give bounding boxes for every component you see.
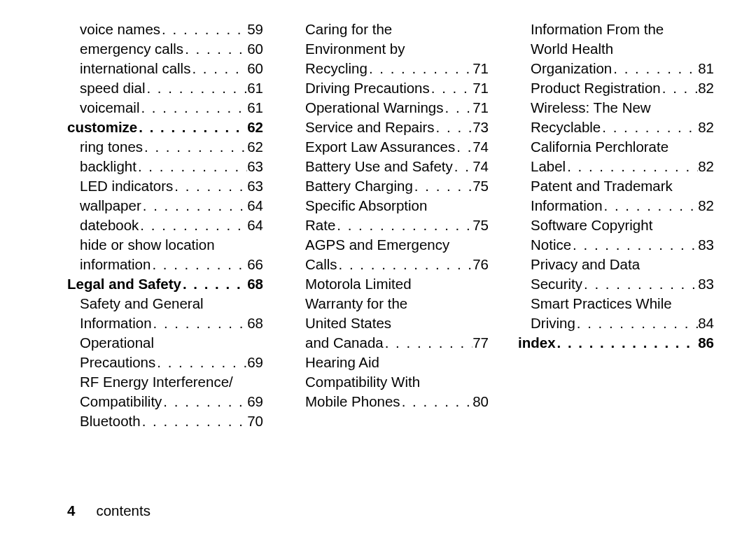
toc-entry-label: Service and Repairs xyxy=(293,118,435,137)
toc-leader-dots: . . . . . . . . . . . . . . . . . . . . … xyxy=(435,118,473,137)
toc-entry-page: 70 xyxy=(247,411,263,431)
toc-chapter[interactable]: index86. . . . . . . . . . . . . . . . .… xyxy=(518,333,714,353)
toc-entry-label: information xyxy=(67,255,150,274)
toc-entry-page: 82 xyxy=(698,196,714,216)
toc-entry[interactable]: Battery Use and Safety74. . . . . . . . … xyxy=(293,157,489,176)
toc-entry-page: 86 xyxy=(698,333,714,353)
toc-entry[interactable]: backlight63. . . . . . . . . . . . . . .… xyxy=(67,157,263,176)
toc-entry[interactable]: Organization81. . . . . . . . . . . . . … xyxy=(518,59,714,78)
toc-entry[interactable]: wallpaper64. . . . . . . . . . . . . . .… xyxy=(67,196,263,216)
toc-entry-page: 61 xyxy=(247,98,263,118)
toc-entry[interactable]: and Canada77. . . . . . . . . . . . . . … xyxy=(293,333,489,353)
toc-entry[interactable]: ring tones62. . . . . . . . . . . . . . … xyxy=(67,137,263,157)
toc-entry-label: Organization xyxy=(518,59,612,78)
toc-entry-page: 59 xyxy=(247,20,263,39)
toc-entry-page: 73 xyxy=(472,118,489,137)
toc-entry[interactable]: Product Registration82. . . . . . . . . … xyxy=(518,78,714,98)
toc-entry[interactable]: LED indicators63. . . . . . . . . . . . … xyxy=(67,176,263,196)
toc-entry-page: 64 xyxy=(247,196,263,216)
toc-entry-page: 64 xyxy=(247,216,263,235)
toc-entry[interactable]: Service and Repairs73. . . . . . . . . .… xyxy=(293,118,489,137)
toc-entry[interactable]: Information68. . . . . . . . . . . . . .… xyxy=(67,313,263,333)
toc-leader-dots: . . . . . . . . . . . . . . . . . . . . … xyxy=(335,216,472,235)
toc-leader-dots: . . . . . . . . . . . . . . . . . . . . … xyxy=(173,176,247,196)
toc-entry-label: Information xyxy=(67,313,152,333)
toc-entry[interactable]: emergency calls60. . . . . . . . . . . .… xyxy=(67,39,263,59)
toc-entry[interactable]: voicemail61. . . . . . . . . . . . . . .… xyxy=(67,98,263,118)
toc-entry-line: Specific Absorption xyxy=(293,196,489,216)
toc-leader-dots: . . . . . . . . . . . . . . . . . . . . … xyxy=(152,313,248,333)
toc-columns: voice names59. . . . . . . . . . . . . .… xyxy=(67,20,714,431)
toc-chapter[interactable]: Legal and Safety68. . . . . . . . . . . … xyxy=(67,274,263,294)
toc-entry-label: international calls xyxy=(67,59,190,78)
toc-entry-page: 61 xyxy=(247,78,263,98)
toc-entry-page: 60 xyxy=(247,39,263,59)
toc-entry[interactable]: speed dial61. . . . . . . . . . . . . . … xyxy=(67,78,263,98)
footer-label: contents xyxy=(96,502,150,519)
toc-entry-line: Compatibility With xyxy=(293,372,489,392)
toc-leader-dots: . . . . . . . . . . . . . . . . . . . . … xyxy=(430,78,472,98)
toc-entry[interactable]: Bluetooth70. . . . . . . . . . . . . . .… xyxy=(67,411,263,431)
toc-entry[interactable]: Operational Warnings71. . . . . . . . . … xyxy=(293,98,489,118)
toc-entry-line: Warranty for the xyxy=(293,294,489,313)
toc-entry-page: 74 xyxy=(472,157,489,176)
toc-entry[interactable]: Rate75. . . . . . . . . . . . . . . . . … xyxy=(293,216,489,235)
toc-entry[interactable]: Driving84. . . . . . . . . . . . . . . .… xyxy=(518,313,714,333)
toc-entry-label: Battery Use and Safety xyxy=(293,157,453,176)
toc-entry[interactable]: international calls60. . . . . . . . . .… xyxy=(67,59,263,78)
toc-column: voice names59. . . . . . . . . . . . . .… xyxy=(67,20,263,431)
toc-entry[interactable]: Notice83. . . . . . . . . . . . . . . . … xyxy=(518,235,714,255)
toc-entry-line: Privacy and Data xyxy=(518,255,714,274)
toc-entry-label: Calls xyxy=(293,255,337,274)
toc-entry[interactable]: information66. . . . . . . . . . . . . .… xyxy=(67,255,263,274)
toc-entry[interactable]: Driving Precautions71. . . . . . . . . .… xyxy=(293,78,489,98)
toc-column: Caring for theEnvironment byRecycling71.… xyxy=(293,20,489,431)
page-footer: 4contents xyxy=(67,502,150,519)
toc-entry[interactable]: Mobile Phones80. . . . . . . . . . . . .… xyxy=(293,392,489,411)
toc-entry[interactable]: Recycling71. . . . . . . . . . . . . . .… xyxy=(293,59,489,78)
toc-entry-page: 80 xyxy=(472,392,489,411)
toc-entry-label: Export Law Assurances xyxy=(293,137,455,157)
toc-leader-dots: . . . . . . . . . . . . . . . . . . . . … xyxy=(582,274,698,294)
toc-entry-label: Bluetooth xyxy=(67,411,141,431)
toc-entry[interactable]: Security83. . . . . . . . . . . . . . . … xyxy=(518,274,714,294)
toc-entry-label: Driving xyxy=(518,313,575,333)
toc-entry-page: 74 xyxy=(472,137,489,157)
toc-entry[interactable]: Battery Charging75. . . . . . . . . . . … xyxy=(293,176,489,196)
toc-entry-line: California Perchlorate xyxy=(518,137,714,157)
toc-entry-label: emergency calls xyxy=(67,39,183,59)
toc-entry[interactable]: voice names59. . . . . . . . . . . . . .… xyxy=(67,20,263,39)
toc-entry[interactable]: Calls76. . . . . . . . . . . . . . . . .… xyxy=(293,255,489,274)
toc-entry-label: Driving Precautions xyxy=(293,78,430,98)
toc-entry-label: voicemail xyxy=(67,98,139,118)
toc-leader-dots: . . . . . . . . . . . . . . . . . . . . … xyxy=(137,118,247,137)
toc-leader-dots: . . . . . . . . . . . . . . . . . . . . … xyxy=(444,98,473,118)
toc-entry-page: 63 xyxy=(247,176,263,196)
toc-entry[interactable]: Recyclable82. . . . . . . . . . . . . . … xyxy=(518,118,714,137)
toc-entry-line: Caring for the xyxy=(293,20,489,39)
toc-entry-page: 84 xyxy=(698,313,714,333)
toc-entry-page: 62 xyxy=(247,118,263,137)
toc-entry[interactable]: Compatibility69. . . . . . . . . . . . .… xyxy=(67,392,263,411)
toc-entry[interactable]: Label82. . . . . . . . . . . . . . . . .… xyxy=(518,157,714,176)
toc-entry[interactable]: datebook64. . . . . . . . . . . . . . . … xyxy=(67,216,263,235)
toc-leader-dots: . . . . . . . . . . . . . . . . . . . . … xyxy=(337,255,473,274)
toc-entry-line: United States xyxy=(293,313,489,333)
toc-entry-page: 68 xyxy=(247,313,263,333)
toc-entry-label: Product Registration xyxy=(518,78,661,98)
toc-entry[interactable]: Precautions69. . . . . . . . . . . . . .… xyxy=(67,353,263,372)
toc-leader-dots: . . . . . . . . . . . . . . . . . . . . … xyxy=(413,176,472,196)
toc-entry[interactable]: Information82. . . . . . . . . . . . . .… xyxy=(518,196,714,216)
toc-entry-page: 63 xyxy=(247,157,263,176)
toc-leader-dots: . . . . . . . . . . . . . . . . . . . . … xyxy=(145,78,247,98)
toc-entry-line: Information From the xyxy=(518,20,714,39)
toc-entry-line: Patent and Trademark xyxy=(518,176,714,196)
toc-entry[interactable]: Export Law Assurances74. . . . . . . . .… xyxy=(293,137,489,157)
toc-leader-dots: . . . . . . . . . . . . . . . . . . . . … xyxy=(661,78,698,98)
toc-entry-page: 69 xyxy=(247,353,263,372)
toc-leader-dots: . . . . . . . . . . . . . . . . . . . . … xyxy=(400,392,473,411)
toc-entry-line: RF Energy Interference/ xyxy=(67,372,263,392)
toc-leader-dots: . . . . . . . . . . . . . . . . . . . . … xyxy=(155,353,247,372)
toc-entry-label: and Canada xyxy=(293,333,384,353)
toc-chapter[interactable]: customize62. . . . . . . . . . . . . . .… xyxy=(67,118,263,137)
